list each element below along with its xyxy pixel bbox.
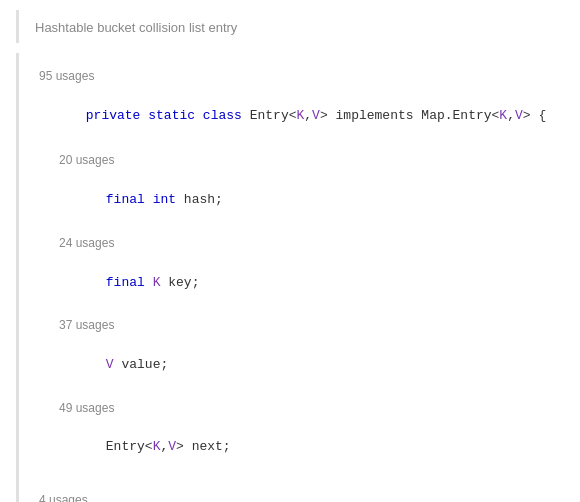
title-text: Hashtable bucket collision list entry — [35, 20, 237, 35]
field-key-line: final K key; — [59, 252, 544, 314]
type-V: V — [312, 108, 320, 123]
type-V2: V — [515, 108, 523, 123]
kw-private: private — [86, 108, 141, 123]
section-2: 4 usages protected Entry(int hash, K key… — [39, 493, 544, 502]
title-bar: Hashtable bucket collision list entry — [16, 10, 564, 43]
kw-static: static — [148, 108, 195, 123]
kw-final2: final — [106, 275, 145, 290]
section-1: 95 usages private static class Entry<K,V… — [39, 69, 544, 479]
field-key-usages: 24 usages — [59, 236, 544, 250]
type-V4: V — [168, 439, 176, 454]
field-next-usages: 49 usages — [59, 401, 544, 415]
usage-count-1: 95 usages — [39, 69, 544, 83]
usage-count-2: 4 usages — [39, 493, 544, 502]
field-value-line: V value; — [59, 334, 544, 396]
main-container: 95 usages private static class Entry<K,V… — [16, 53, 564, 502]
kw-final: final — [106, 192, 145, 207]
field-hash-line: final int hash; — [59, 169, 544, 231]
section-gap — [39, 479, 544, 493]
field-next-line: Entry<K,V> next; — [59, 417, 544, 479]
type-V3: V — [106, 357, 114, 372]
field-value-usages: 37 usages — [59, 318, 544, 332]
kw-int: int — [153, 192, 176, 207]
type-K2: K — [499, 108, 507, 123]
class-declaration-line: private static class Entry<K,V> implemen… — [39, 85, 544, 147]
field-hash-usages: 20 usages — [59, 153, 544, 167]
kw-class: class — [203, 108, 242, 123]
